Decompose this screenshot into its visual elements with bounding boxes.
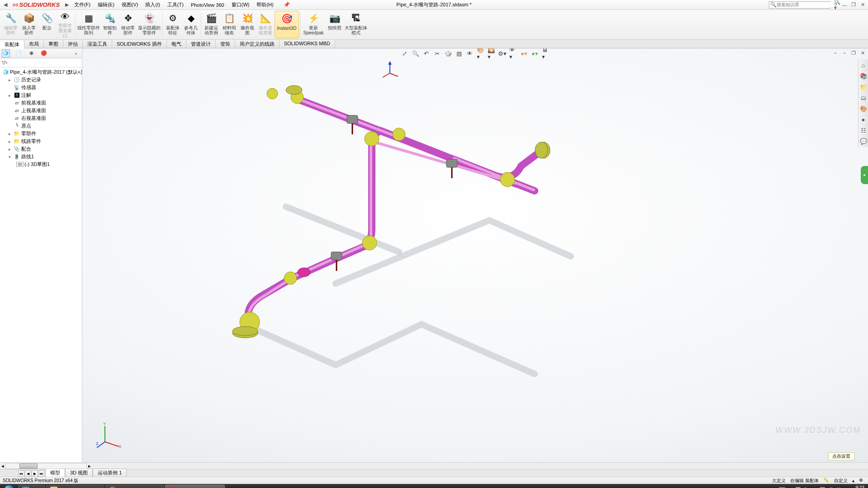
tab-sketch[interactable]: 草图 (44, 40, 63, 48)
dimxpert-manager-tab-icon[interactable]: 🔴 (40, 49, 48, 57)
svg-point-7 (393, 128, 405, 141)
tab-assembly[interactable]: 装配体 (0, 40, 24, 48)
status-rebuild-icon[interactable]: ⚙ (859, 478, 865, 484)
tree-history[interactable]: ▸🕓历史记录 (0, 76, 82, 84)
tree-front-plane[interactable]: ▱前视基准面 (0, 99, 82, 107)
search-input[interactable] (777, 2, 834, 7)
scrollbar-thumb[interactable] (19, 464, 38, 469)
tree-top-plane[interactable]: ▱上视基准面 (0, 107, 82, 114)
tree-horizontal-scrollbar[interactable]: ◂ ▸ (0, 462, 868, 469)
tab-addins[interactable]: SOLIDWORKS 插件 (112, 40, 167, 48)
popup-hint[interactable]: 点击设置 (828, 452, 854, 460)
svg-line-3 (383, 73, 390, 77)
tab-evaluate[interactable]: 评估 (63, 40, 83, 48)
sheet-nav-last-icon[interactable]: ⏭ (38, 470, 45, 477)
restore-button[interactable]: ❐ (850, 1, 857, 9)
svg-point-5 (362, 236, 377, 250)
feature-manager-tab-icon[interactable]: 🧊 (2, 49, 10, 57)
graphics-viewport[interactable]: ⤢ 🔍 ↶ ✂ 🎲 ▨ 👁 🎨▾ 🌄▾ ⚙▾ 👁▾ ●▾ ●▾ 🖥▾ ▫ ▫ ❐… (82, 48, 868, 462)
smart-fasteners-button[interactable]: 🔩智能扣件 (101, 11, 119, 38)
update-speedpak-button[interactable]: ⚡更新Speedpak (301, 11, 326, 38)
status-custom[interactable]: 自定义 (834, 478, 848, 484)
minimize-button[interactable]: — (841, 1, 848, 9)
assembly-features-button[interactable]: ⚙装配体特征 (164, 11, 182, 38)
tree-sensors[interactable]: 📡传感器 (0, 84, 82, 91)
tab-mbd[interactable]: SOLIDWORKS MBD (280, 40, 335, 48)
property-manager-tab-icon[interactable]: 📄 (14, 49, 23, 57)
taskbar-explorer[interactable]: G:\微信公众号\1-4 (46, 485, 104, 488)
snapshot-button[interactable]: 📷拍快照 (326, 11, 344, 38)
sheet-tab-motion[interactable]: 运动算例 1 (93, 469, 127, 477)
menu-window[interactable]: 窗口(W) (228, 1, 253, 8)
menu-tools[interactable]: 工具(T) (164, 1, 187, 8)
tree-mates[interactable]: ▸📎配合 (0, 145, 82, 153)
mate-button[interactable]: 📎配合 (38, 11, 56, 38)
tab-piping[interactable]: 管道设计 (186, 40, 216, 48)
instant3d-button[interactable]: 🎯Instant3D (275, 11, 299, 38)
tree-route-parts[interactable]: ▸📁线路零件 (0, 137, 82, 145)
tree-root[interactable]: 🧊Pipe_4-水嘴与管路-2017 (默认<显示状 (0, 68, 82, 76)
taskbar-pinned-1[interactable] (18, 485, 45, 488)
help-button[interactable]: ? (832, 1, 839, 9)
menu-file[interactable]: 文件(F) (71, 1, 94, 8)
menu-bar: ◀ SOLIDWORKS ▶ 文件(F) 编辑(E) 视图(V) 插入(I) 工… (0, 0, 868, 10)
tree-annotations[interactable]: ▸🅰注解 (0, 91, 82, 99)
svg-text:Y: Y (103, 422, 106, 426)
sheet-nav-next-icon[interactable]: ▶ (32, 470, 38, 477)
sheet-nav-first-icon[interactable]: ⏮ (18, 470, 24, 477)
sheet-tab-model[interactable]: 模型 (45, 469, 65, 477)
tree-filter-bar[interactable]: ▽▾ (0, 58, 82, 67)
show-hidden-button[interactable]: 👻显示隐藏的零部件 (137, 11, 161, 38)
search-box[interactable]: 🔍 🔍▾ (769, 1, 830, 9)
tree-origin[interactable]: ╰原点 (0, 122, 82, 130)
tree-right-plane[interactable]: ▱右视基准面 (0, 114, 82, 122)
start-button[interactable] (1, 484, 17, 488)
nav-back[interactable]: ◀ (2, 1, 9, 9)
sheet-nav-prev-icon[interactable]: ◀ (25, 470, 31, 477)
explode-line-sketch-button[interactable]: 📐爆炸直线草图 (256, 11, 275, 38)
menu-help[interactable]: 帮助(H) (253, 1, 277, 8)
new-motion-study-button[interactable]: 🎬新建运动算例 (202, 11, 220, 38)
tab-user-route[interactable]: 用户定义的线路 (235, 40, 280, 48)
reference-geometry-button[interactable]: ◆参考几何体 (182, 11, 200, 38)
large-assembly-button[interactable]: 🏗大型装配体模式 (344, 11, 368, 38)
menu-photoview[interactable]: PhotoView 360 (187, 2, 228, 8)
preview-window-button[interactable]: 👁零部件预览窗口 (56, 11, 74, 38)
status-editing: 在编辑 装配体 (790, 478, 819, 484)
insert-component-button[interactable]: 📦插入零部件 (20, 11, 38, 38)
status-unit-icon[interactable]: 📏 (823, 478, 830, 484)
command-tab-strip: 装配体 布局 草图 评估 渲染工具 SOLIDWORKS 插件 电气 管道设计 … (0, 40, 868, 48)
sketch3d-icon: 3D (16, 162, 24, 167)
search-icon: 🔍 (770, 2, 777, 8)
feature-tree[interactable]: 🧊Pipe_4-水嘴与管路-2017 (默认<显示状 ▸🕓历史记录 📡传感器 ▸… (0, 67, 82, 462)
menu-insert[interactable]: 插入(I) (142, 1, 163, 8)
configuration-manager-tab-icon[interactable]: ⊕ (27, 49, 35, 57)
exploded-view-button[interactable]: 💥爆炸视图 (238, 11, 256, 38)
tree-expand-icon[interactable]: › (72, 49, 80, 57)
taskbar-toutiao[interactable]: 今日头条 - 360极... (105, 485, 164, 488)
tab-render[interactable]: 渲染工具 (83, 40, 112, 48)
tray-clock[interactable]: 9:23 2019/1/4 (847, 485, 864, 488)
menu-edit[interactable]: 编辑(E) (94, 1, 118, 8)
view-triad[interactable]: Y X Z (96, 422, 123, 449)
nav-fwd[interactable]: ▶ (63, 1, 71, 9)
edit-component-button[interactable]: 🔧编辑零部件 (2, 11, 20, 38)
tree-components[interactable]: ▸📁零部件 (0, 130, 82, 137)
menu-pin-icon[interactable]: 📌 (280, 2, 294, 8)
taskbar-solidworks[interactable]: SWSOLIDWORKS P... (165, 485, 225, 488)
sheet-tab-3dview[interactable]: 3D 视图 (65, 469, 93, 477)
origin-icon: ╰ (13, 123, 20, 129)
linear-pattern-button[interactable]: ▦线性零部件阵列 (76, 11, 101, 38)
annotations-icon: 🅰 (13, 93, 20, 98)
tree-route1[interactable]: ▾🧵路线1 (0, 153, 82, 161)
tab-electrical[interactable]: 电气 (167, 40, 186, 48)
menu-view[interactable]: 视图(V) (118, 1, 142, 8)
tab-tubing[interactable]: 管筒 (216, 40, 235, 48)
route-icon: 🧵 (13, 154, 20, 160)
close-button[interactable]: ✕ (859, 1, 866, 9)
bom-button[interactable]: 📋材料明细表 (220, 11, 238, 38)
tab-layout[interactable]: 布局 (24, 40, 44, 48)
status-dropdown-icon[interactable]: ▴ (852, 478, 854, 483)
move-component-button[interactable]: ✥移动零部件 (119, 11, 137, 38)
tree-3dsketch1[interactable]: 3D(-) 3D草图1 (0, 161, 82, 168)
